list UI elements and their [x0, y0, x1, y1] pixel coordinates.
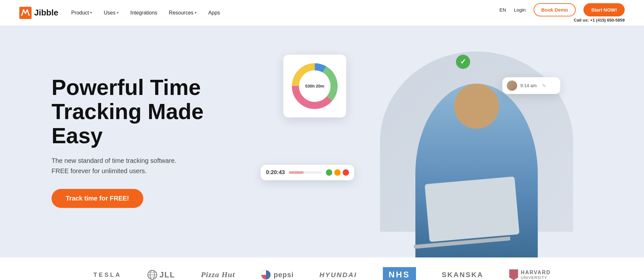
pepsi-circle-icon	[261, 270, 271, 280]
jll-logo: JLL	[147, 270, 175, 280]
nav-link-apps[interactable]: Apps	[208, 10, 220, 16]
nav-item-uses[interactable]: Uses ▾	[104, 10, 118, 16]
timer-card: 0:20:43	[261, 165, 354, 180]
harvard-shield-icon	[509, 269, 518, 280]
jll-globe-icon	[147, 270, 157, 280]
nav-links: Product ▾ Uses ▾ Integrations Resources …	[71, 10, 220, 16]
navbar-right-top: EN Login Book Demo Start NOW!	[499, 3, 625, 16]
logos-bar: TESLA JLL Pizza Hut pepsi HYUNDAI NHS SK…	[0, 257, 644, 280]
nav-link-product[interactable]: Product ▾	[71, 10, 92, 16]
checkin-card: 9:14 am ✎	[502, 77, 560, 94]
dot-orange	[334, 169, 341, 176]
tesla-logo: TESLA	[93, 271, 121, 278]
navbar-left: Jibble Product ▾ Uses ▾ Integrations	[19, 7, 220, 19]
nhs-text: NHS	[389, 270, 410, 280]
track-free-button[interactable]: Track time for FREE!	[52, 189, 143, 208]
login-button[interactable]: Login	[514, 7, 526, 13]
navbar: Jibble Product ▾ Uses ▾ Integrations	[0, 0, 644, 26]
harvard-logo: HARVARD UNIVERSITY	[509, 269, 551, 280]
nhs-logo: NHS	[383, 267, 416, 280]
skanska-text: SKANSKA	[442, 271, 484, 279]
nav-item-integrations[interactable]: Integrations	[130, 10, 157, 16]
nav-item-product[interactable]: Product ▾	[71, 10, 92, 16]
skanska-logo: SKANSKA	[442, 271, 484, 279]
donut-chart-card: 530h 20m	[283, 55, 346, 117]
hero-right: 530h 20m 0:20:43 ✓ 9:14 am ✎	[251, 45, 592, 238]
start-now-button[interactable]: Start NOW!	[583, 3, 625, 16]
hero-title: Powerful Time Tracking Made Easy	[52, 75, 251, 147]
logo-link[interactable]: Jibble	[19, 7, 58, 19]
pizzahut-text: Pizza Hut	[201, 270, 235, 279]
nav-item-apps[interactable]: Apps	[208, 10, 220, 16]
hyundai-logo: HYUNDAI	[319, 271, 357, 279]
timer-control-dots	[326, 169, 349, 176]
timer-progress-bar	[289, 171, 322, 174]
timer-value: 0:20:43	[266, 169, 285, 176]
jll-text: JLL	[159, 270, 175, 279]
checkin-time: 9:14 am	[520, 83, 537, 88]
pepsi-text: pepsi	[274, 271, 294, 279]
book-demo-button[interactable]: Book Demo	[534, 3, 576, 16]
call-us-text: Call us: +1 (415) 650-5859	[574, 18, 625, 23]
dot-red	[343, 169, 349, 176]
chevron-down-icon: ▾	[90, 11, 92, 15]
jibble-logo-icon	[19, 7, 32, 19]
navbar-right: EN Login Book Demo Start NOW! Call us: +…	[499, 3, 625, 23]
hyundai-text: HYUNDAI	[319, 271, 357, 279]
green-check-badge: ✓	[456, 55, 470, 69]
hero-section: Powerful Time Tracking Made Easy The new…	[0, 26, 644, 257]
user-avatar	[507, 80, 517, 91]
pizzahut-logo: Pizza Hut	[201, 270, 235, 279]
nav-link-resources[interactable]: Resources ▾	[169, 10, 196, 16]
nav-item-resources[interactable]: Resources ▾	[169, 10, 196, 16]
language-button[interactable]: EN	[499, 7, 506, 13]
hero-left: Powerful Time Tracking Made Easy The new…	[52, 75, 251, 208]
harvard-name: HARVARD UNIVERSITY	[521, 269, 551, 280]
donut-center-label: 530h 20m	[305, 84, 324, 89]
nav-link-uses[interactable]: Uses ▾	[104, 10, 118, 16]
nav-link-integrations[interactable]: Integrations	[130, 10, 157, 16]
hero-subtitle: The new standard of time tracking softwa…	[52, 155, 251, 176]
chevron-down-icon: ▾	[117, 11, 119, 15]
logo-text: Jibble	[34, 8, 58, 18]
checkin-edit-icon: ✎	[542, 83, 546, 89]
timer-bar-fill	[289, 171, 304, 174]
pepsi-logo: pepsi	[261, 270, 294, 280]
chevron-down-icon: ▾	[195, 11, 197, 15]
person-image	[386, 77, 567, 257]
tesla-text: TESLA	[93, 271, 121, 278]
dot-green	[326, 169, 332, 176]
